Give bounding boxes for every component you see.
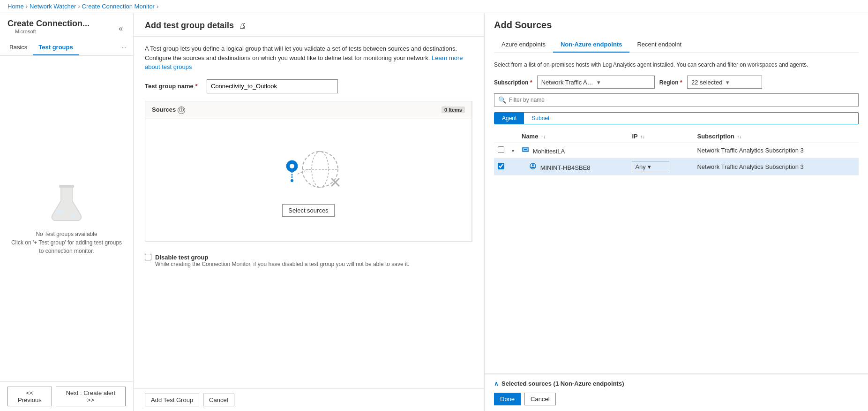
subnet-toggle-button[interactable]: Subnet <box>524 113 557 124</box>
region-value: 22 selected <box>691 79 723 86</box>
right-panel-body: Select from a list of on-premises hosts … <box>485 53 868 373</box>
sources-label: Sources ⓘ <box>152 106 185 114</box>
svg-rect-15 <box>524 149 527 150</box>
disable-test-group: Disable test group While creating the Co… <box>145 249 472 272</box>
row-checkbox-workspace[interactable] <box>498 146 504 153</box>
agent-name: MININT-HB4SBE8 <box>540 164 591 171</box>
th-expand <box>508 130 518 143</box>
filter-name-input[interactable] <box>509 97 854 103</box>
learn-more-link[interactable]: Learn more about test groups <box>145 54 463 71</box>
th-ip[interactable]: IP ↑↓ <box>628 130 693 143</box>
sidebar-collapse-button[interactable]: « <box>116 23 126 34</box>
sources-info-icon[interactable]: ⓘ <box>178 107 185 114</box>
panel-title: Add test group details <box>145 21 234 30</box>
flask-icon <box>48 182 85 224</box>
row-checkbox-cell[interactable] <box>494 158 508 175</box>
subscription-filter-label: Subscription * <box>494 79 532 86</box>
th-subscription[interactable]: Subscription ↑↓ <box>693 130 859 143</box>
svg-point-4 <box>290 164 294 168</box>
sort-sub-icon: ↑↓ <box>737 134 742 139</box>
sources-panel: Sources ⓘ 0 Items <box>145 101 472 241</box>
table-row: MININT-HB4SBE8 Any ▾ Network Traffic Ana… <box>494 158 859 175</box>
sidebar-item-test-groups[interactable]: Test groups <box>33 40 78 55</box>
disable-group-description: While creating the Connection Monitor, i… <box>155 261 409 267</box>
row-expander-cell[interactable]: ▾ <box>508 143 518 158</box>
disable-group-checkbox[interactable] <box>145 254 151 260</box>
breadcrumb: Home › Network Watcher › Create Connecti… <box>0 0 868 13</box>
workspace-icon <box>522 146 529 153</box>
chevron-up-icon[interactable]: ∧ <box>494 380 499 387</box>
row-ip-cell <box>628 143 693 158</box>
row-name-cell: MohittestLA <box>518 143 628 158</box>
row-checkbox-agent[interactable] <box>498 163 504 169</box>
main-panel: Add test group details 🖨 A Test group le… <box>134 13 484 411</box>
agents-table: Name ↑↓ IP ↑↓ Subscription ↑↓ ▾ <box>494 130 859 175</box>
tab-recent-endpoint[interactable]: Recent endpoint <box>629 37 689 53</box>
cancel-button-main[interactable]: Cancel <box>203 394 234 406</box>
tab-azure-endpoints[interactable]: Azure endpoints <box>494 37 553 53</box>
test-group-name-label: Test group name * <box>145 83 201 90</box>
sidebar-empty-text: No Test groups available Click on '+ Tes… <box>9 230 124 255</box>
sidebar-nav: Basics Test groups ··· <box>0 40 133 56</box>
panel-header: Add test group details 🖨 <box>134 13 484 37</box>
footer-buttons: Done Cancel <box>494 393 859 405</box>
main-content: Add test group details 🖨 A Test group le… <box>134 13 484 411</box>
row-expander-icon[interactable]: ▾ <box>512 148 514 153</box>
row-name-cell: MININT-HB4SBE8 <box>518 158 628 175</box>
form-group-name: Test group name * <box>145 79 472 93</box>
ip-chevron-icon: ▾ <box>648 163 651 170</box>
breadcrumb-network-watcher[interactable]: Network Watcher <box>30 3 76 10</box>
sidebar-item-basics[interactable]: Basics <box>4 40 33 55</box>
sort-ip-icon: ↑↓ <box>640 134 645 139</box>
next-button[interactable]: Next : Create alert >> <box>56 387 126 406</box>
svg-point-17 <box>532 164 534 166</box>
sidebar-footer: << Previous Next : Create alert >> <box>0 381 133 411</box>
row-ip-cell: Any ▾ <box>628 158 693 175</box>
region-chevron-icon: ▾ <box>726 79 758 86</box>
sources-count: 0 Items <box>441 107 465 113</box>
region-dropdown[interactable]: 22 selected ▾ <box>687 76 762 89</box>
select-sources-button[interactable]: Select sources <box>282 204 334 217</box>
panel-description: A Test group lets you define a logical g… <box>145 44 472 72</box>
panel-footer: Add Test Group Cancel <box>134 388 484 411</box>
rp-description: Select from a list of on-premises hosts … <box>494 61 859 69</box>
done-button[interactable]: Done <box>494 393 521 405</box>
breadcrumb-home[interactable]: Home <box>7 3 24 10</box>
print-icon[interactable]: 🖨 <box>239 22 246 30</box>
endpoint-tabs: Azure endpoints Non-Azure endpoints Rece… <box>494 37 859 53</box>
agent-icon <box>529 162 537 170</box>
sidebar-nav-more[interactable]: ··· <box>119 40 129 55</box>
disable-group-label[interactable]: Disable test group <box>155 254 208 261</box>
filter-name-search[interactable]: 🔍 <box>494 93 859 107</box>
table-header: Name ↑↓ IP ↑↓ Subscription ↑↓ <box>494 130 859 143</box>
add-test-group-button[interactable]: Add Test Group <box>145 394 199 406</box>
previous-button[interactable]: << Previous <box>7 387 52 406</box>
right-panel-header: Add Sources Azure endpoints Non-Azure en… <box>485 13 868 53</box>
agent-toggle-button[interactable]: Agent <box>494 113 524 124</box>
sidebar-title: Create Connection... Microsoft <box>7 19 90 38</box>
table-body: ▾ MohittestLA <box>494 143 859 175</box>
ip-value: Any <box>635 163 645 170</box>
sources-destinations: Sources ⓘ 0 Items <box>145 101 472 242</box>
ip-dropdown[interactable]: Any ▾ <box>632 161 669 172</box>
table-row: ▾ MohittestLA <box>494 143 859 158</box>
workspace-name: MohittestLA <box>533 148 565 155</box>
th-name[interactable]: Name ↑↓ <box>518 130 628 143</box>
sidebar-content: No Test groups available Click on '+ Tes… <box>0 56 133 381</box>
subscription-dropdown[interactable]: Network Traffic Analytics Subscriptio...… <box>537 76 655 89</box>
sidebar: Create Connection... Microsoft « Basics … <box>0 13 134 411</box>
svg-rect-0 <box>59 185 74 188</box>
breadcrumb-create-connection-monitor[interactable]: Create Connection Monitor <box>82 3 155 10</box>
filter-row-1: Subscription * Network Traffic Analytics… <box>494 76 859 107</box>
row-checkbox-cell[interactable] <box>494 143 508 158</box>
tab-non-azure-endpoints[interactable]: Non-Azure endpoints <box>553 37 629 53</box>
svg-point-2 <box>71 214 76 217</box>
svg-point-1 <box>56 210 63 215</box>
row-subscription-cell: Network Traffic Analytics Subscription 3 <box>693 143 859 158</box>
globe-pin-icon <box>271 144 346 197</box>
subscription-value: Network Traffic Analytics Subscriptio... <box>541 79 595 86</box>
row-subscription-cell: Network Traffic Analytics Subscription 3 <box>693 158 859 175</box>
search-icon: 🔍 <box>498 96 506 104</box>
cancel-button-rp[interactable]: Cancel <box>524 393 555 405</box>
test-group-name-input[interactable] <box>207 79 338 93</box>
